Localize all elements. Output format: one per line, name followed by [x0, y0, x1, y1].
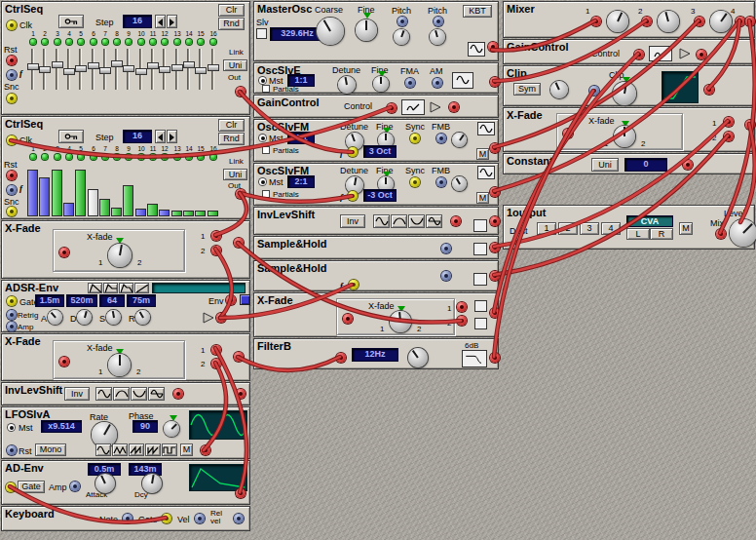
seq-step-slider[interactable] — [31, 49, 34, 90]
step-led[interactable] — [55, 39, 60, 45]
seq-step-slider[interactable] — [67, 49, 70, 90]
sustain-knob[interactable] — [106, 310, 121, 325]
monitor-button[interactable]: M — [180, 444, 193, 456]
seq-slider-handle[interactable] — [148, 63, 158, 68]
seq-slider-handle[interactable] — [136, 69, 146, 74]
input-1-port[interactable] — [211, 231, 221, 241]
master-radio[interactable] — [7, 423, 16, 432]
step-led[interactable] — [42, 154, 48, 160]
clip-mod-input-port[interactable] — [589, 86, 599, 96]
fine-knob[interactable] — [373, 76, 389, 92]
lfo-output-port[interactable] — [201, 445, 210, 455]
seq-step-slider[interactable] — [43, 49, 46, 90]
step-led[interactable] — [150, 154, 156, 160]
waveform-select-box[interactable] — [478, 167, 494, 178]
fmb-input-port[interactable] — [436, 134, 446, 143]
step-led[interactable] — [66, 154, 72, 160]
seq-step-bar[interactable] — [76, 171, 85, 215]
dest-4-button[interactable]: 4 — [601, 222, 621, 235]
uni-button[interactable]: Uni — [223, 59, 247, 71]
xfade-control-input-port[interactable] — [563, 129, 573, 138]
clock-key-button[interactable] — [58, 15, 84, 28]
output-port[interactable] — [490, 243, 500, 252]
sequence-output-port[interactable] — [236, 189, 246, 199]
gate-output-port[interactable] — [162, 514, 171, 523]
phase-knob[interactable] — [164, 421, 179, 437]
output-port[interactable] — [490, 216, 500, 226]
step-led[interactable] — [91, 154, 96, 160]
env-shape-button-4[interactable] — [134, 283, 149, 293]
dest-3-button[interactable]: 3 — [580, 222, 599, 235]
invert-button[interactable]: Inv — [64, 387, 90, 401]
fmb-input-port[interactable] — [436, 177, 446, 187]
step-decrement-button[interactable] — [155, 130, 166, 143]
cutoff-input-port[interactable] — [336, 353, 346, 363]
waveform-select-box[interactable] — [453, 73, 472, 88]
xfade-knob[interactable] — [614, 126, 635, 147]
input-port[interactable] — [173, 389, 183, 399]
invert-button[interactable]: Inv — [340, 214, 365, 228]
seq-slider-handle[interactable] — [28, 64, 38, 69]
seq-slider-handle[interactable] — [76, 66, 86, 71]
seq-step-bar[interactable] — [100, 200, 109, 215]
env-mode-button[interactable] — [241, 295, 249, 304]
output-port[interactable] — [697, 50, 706, 59]
level-1-knob[interactable] — [607, 11, 628, 32]
input-2-port[interactable] — [724, 132, 734, 141]
input-1-port[interactable] — [211, 345, 221, 355]
seq-slider-handle[interactable] — [124, 66, 133, 71]
decay-knob[interactable] — [77, 310, 92, 325]
pitch2-input-port[interactable] — [434, 17, 443, 26]
input-2-port[interactable] — [211, 359, 221, 368]
attack-knob[interactable] — [95, 474, 115, 493]
step-led[interactable] — [114, 39, 120, 45]
seq-step-slider[interactable] — [103, 49, 106, 90]
xfade-control-input-port[interactable] — [59, 357, 69, 366]
seq-slider-handle[interactable] — [64, 69, 74, 74]
release-velocity-output-port[interactable] — [234, 514, 244, 523]
shape-sine-button[interactable] — [95, 387, 112, 401]
freq-input-port[interactable] — [348, 191, 358, 201]
input-1-port[interactable] — [724, 117, 734, 127]
master-radio[interactable] — [258, 134, 267, 142]
partials-checkbox[interactable] — [262, 146, 270, 154]
partials-checkbox[interactable] — [262, 190, 270, 198]
step-led[interactable] — [210, 39, 216, 45]
step-led[interactable] — [138, 39, 144, 45]
output-port[interactable] — [234, 238, 244, 248]
freq-input-port[interactable] — [7, 185, 17, 195]
seq-step-bar[interactable] — [208, 212, 217, 215]
freq-input-port[interactable] — [348, 147, 358, 157]
seq-step-bar[interactable] — [40, 178, 49, 215]
input-4-port[interactable] — [736, 17, 745, 26]
clip-level-knob[interactable] — [613, 82, 636, 105]
note-output-port[interactable] — [123, 514, 132, 523]
uni-button[interactable]: Uni — [223, 169, 247, 180]
am-input-port[interactable] — [433, 78, 442, 88]
clock-input-port[interactable] — [7, 135, 17, 145]
velocity-output-port[interactable] — [195, 514, 205, 523]
freq-input-port[interactable] — [7, 70, 17, 80]
env-output-port[interactable] — [236, 488, 246, 498]
gain-curve-box[interactable] — [650, 47, 671, 60]
slave-indicator[interactable] — [257, 29, 266, 38]
waveform-select-box[interactable] — [478, 123, 494, 135]
right-channel-button[interactable]: R — [650, 228, 673, 240]
seq-slider-handle[interactable] — [100, 68, 110, 73]
seq-step-slider[interactable] — [199, 49, 202, 90]
kbt-button[interactable]: KBT — [463, 5, 492, 18]
step-decrement-button[interactable] — [155, 15, 166, 28]
output-port[interactable] — [745, 120, 755, 130]
fine-knob[interactable] — [356, 19, 377, 41]
seq-step-bar[interactable] — [172, 212, 181, 215]
level-2-knob[interactable] — [658, 11, 679, 32]
sync-output-port[interactable] — [7, 94, 17, 103]
osc-output-port[interactable] — [490, 187, 500, 197]
monitor-box[interactable] — [474, 220, 486, 231]
monitor-button[interactable]: M — [476, 148, 489, 160]
input-2-port[interactable] — [642, 17, 652, 26]
monitor-box[interactable] — [474, 274, 486, 285]
lfo-sine-button[interactable] — [95, 444, 111, 456]
monitor-box[interactable] — [475, 319, 486, 328]
seq-slider-handle[interactable] — [112, 61, 122, 66]
